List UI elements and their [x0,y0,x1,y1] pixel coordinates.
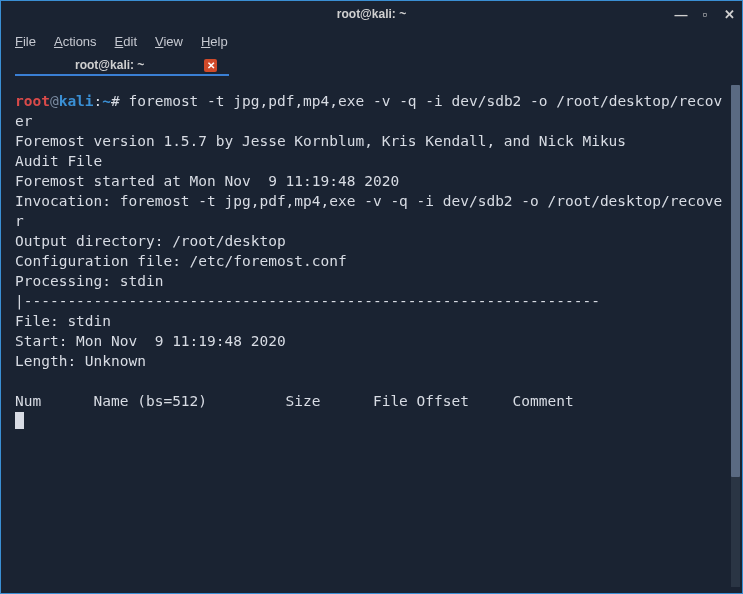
prompt-user: root [15,93,50,109]
prompt-colon: : [94,93,103,109]
output-line: File: stdin [15,311,723,331]
output-line: Foremost started at Mon Nov 9 11:19:48 2… [15,171,723,191]
tab-label: root@kali: ~ [75,58,144,72]
tab-active[interactable]: root@kali: ~ ✕ [15,58,229,76]
prompt-at: @ [50,93,59,109]
minimize-button[interactable]: — [674,7,688,21]
menu-file[interactable]: File [15,34,36,49]
menu-view[interactable]: View [155,34,183,49]
menubar: File Actions Edit View Help [1,27,742,55]
tabbar: root@kali: ~ ✕ [1,55,742,79]
output-line: Processing: stdin [15,271,723,291]
output-line: Configuration file: /etc/foremost.conf [15,251,723,271]
output-line: Audit File [15,151,723,171]
window-controls: — ▫ ✕ [674,7,736,21]
prompt-path: ~ [102,93,111,109]
terminal-window: root@kali: ~ — ▫ ✕ File Actions Edit Vie… [0,0,743,594]
maximize-button[interactable]: ▫ [698,7,712,21]
close-button[interactable]: ✕ [722,7,736,21]
prompt-hash: # [111,93,120,109]
output-line: Num Name (bs=512) Size File Offset Comme… [15,391,723,411]
tab-close-button[interactable]: ✕ [204,59,217,72]
output-line: Invocation: foremost -t jpg,pdf,mp4,exe … [15,191,723,231]
menu-help[interactable]: Help [201,34,228,49]
titlebar: root@kali: ~ — ▫ ✕ [1,1,742,27]
output-line: Start: Mon Nov 9 11:19:48 2020 [15,331,723,351]
scrollbar[interactable] [731,85,740,587]
menu-edit[interactable]: Edit [115,34,137,49]
window-title: root@kali: ~ [337,7,406,21]
output-line: |---------------------------------------… [15,291,723,311]
output-line: Foremost version 1.5.7 by Jesse Kornblum… [15,131,723,151]
command-text: foremost -t jpg,pdf,mp4,exe -v -q -i dev… [15,93,722,129]
terminal-area: root@kali:~# foremost -t jpg,pdf,mp4,exe… [1,79,742,593]
scrollbar-thumb[interactable] [731,85,740,477]
output-line [15,371,723,391]
menu-actions[interactable]: Actions [54,34,97,49]
cursor [15,412,24,429]
output-line: Output directory: /root/desktop [15,231,723,251]
output-line [15,411,723,431]
output-line: Length: Unknown [15,351,723,371]
terminal-output[interactable]: root@kali:~# foremost -t jpg,pdf,mp4,exe… [11,85,729,587]
prompt-host: kali [59,93,94,109]
